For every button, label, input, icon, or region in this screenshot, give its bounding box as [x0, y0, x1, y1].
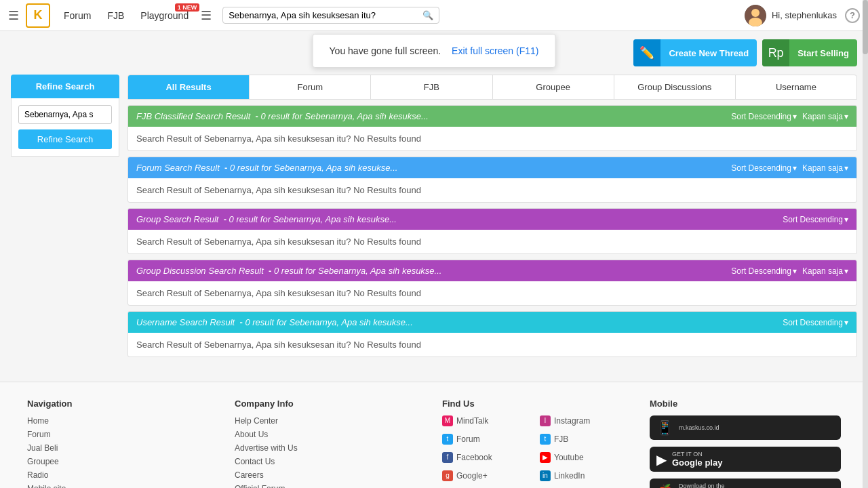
app-store-badge[interactable]: 🍎 Download on the App Store	[650, 479, 841, 488]
find-us-linkedin-link[interactable]: inLinkedIn	[540, 470, 633, 481]
forum-result-body: Search Result of Sebenarnya, Apa sih kes…	[128, 178, 856, 202]
company-careers-link[interactable]: Careers	[235, 470, 264, 480]
list-item: Forum	[27, 429, 218, 439]
nav-groupee-link[interactable]: Groupee	[27, 457, 59, 466]
nav-fjb[interactable]: FJB	[107, 10, 124, 21]
find-us-youtube-link[interactable]: ▶Youtube	[540, 452, 633, 463]
search-input[interactable]	[229, 10, 422, 20]
sidebar: Refine Search Refine Search	[11, 75, 119, 357]
forum-sort-dropdown[interactable]: Sort Descending ▾	[731, 163, 797, 173]
tab-forum[interactable]: Forum	[250, 75, 371, 99]
find-us-google-link[interactable]: gGoogle+	[442, 470, 536, 481]
group-discussion-sort-dropdown[interactable]: Sort Descending ▾	[731, 266, 797, 276]
nav-mobile-link[interactable]: Mobile site	[27, 484, 66, 488]
fjb-result-body: Search Result of Sebenarnya, Apa sih kes…	[128, 127, 856, 150]
find-us-mindtalk-link[interactable]: MMindTalk	[442, 415, 536, 426]
footer-navigation-heading: Navigation	[27, 399, 218, 409]
list-item: Contact Us	[235, 456, 426, 466]
app-store-small: Download on the	[679, 483, 725, 488]
google-play-small: GET IT ON	[672, 451, 722, 458]
find-us-forum-link[interactable]: tForum	[442, 434, 536, 445]
list-item: tFJB	[540, 434, 633, 445]
tab-username[interactable]: Username	[736, 75, 856, 99]
logo[interactable]: K	[26, 3, 50, 28]
fjb-social-icon: t	[540, 434, 551, 445]
group-sort-dropdown[interactable]: Sort Descending ▾	[783, 215, 848, 224]
toast-message: You have gone full screen.	[330, 45, 441, 56]
scrollbar[interactable]	[863, 0, 868, 488]
forum-kapan-dropdown[interactable]: Kapan saja ▾	[802, 163, 848, 173]
google-icon: g	[442, 470, 453, 481]
menu-icon[interactable]: ☰	[201, 8, 212, 23]
main-content: Refine Search Refine Search All Results …	[0, 75, 868, 368]
footer: Navigation Home Forum Jual Beli Groupee …	[0, 382, 868, 488]
group-controls: Sort Descending ▾	[783, 215, 848, 224]
tab-all-results[interactable]: All Results	[128, 75, 250, 99]
nav-jual-beli-link[interactable]: Jual Beli	[27, 443, 58, 453]
result-header-group-discussion: Group Discussion Search Result - 0 resul…	[128, 260, 856, 281]
youtube-icon: ▶	[540, 452, 551, 463]
group-discussion-controls: Sort Descending ▾ Kapan saja ▾	[731, 266, 848, 276]
google-play-label: Google play	[672, 458, 722, 468]
user-greeting: Hi, stephenlukas	[772, 10, 837, 20]
android-badge-text: m.kaskus.co.id	[679, 424, 719, 431]
group-title: Group Search Result - 0 result for Seben…	[136, 214, 397, 224]
list-item: Groupee	[27, 456, 218, 466]
sidebar-header: Refine Search	[11, 75, 119, 98]
fjb-title: FJB Classified Search Result - 0 result …	[136, 111, 429, 121]
start-selling-button[interactable]: Rp Start Selling	[762, 39, 857, 66]
tab-groupee[interactable]: Groupee	[493, 75, 614, 99]
linkedin-icon: in	[540, 470, 551, 481]
refine-search-button[interactable]: Refine Search	[18, 129, 112, 149]
start-selling-label: Start Selling	[789, 48, 857, 58]
create-thread-icon: ✏️	[633, 39, 660, 66]
find-us-facebook-link[interactable]: fFacebook	[442, 452, 536, 463]
nav-radio-link[interactable]: Radio	[27, 470, 48, 480]
footer-navigation-list: Home Forum Jual Beli Groupee Radio Mobil…	[27, 415, 218, 488]
nav-home-link[interactable]: Home	[27, 416, 49, 426]
android-badge[interactable]: 📱 m.kaskus.co.id	[650, 415, 841, 440]
footer-find-us-heading: Find Us	[442, 399, 633, 409]
help-icon[interactable]: ?	[845, 8, 860, 23]
footer-find-us: Find Us MMindTalk IInstagram tForum tFJB…	[442, 399, 633, 488]
find-us-fjb-link[interactable]: tFJB	[540, 434, 633, 445]
facebook-icon: f	[442, 452, 453, 463]
company-contact-link[interactable]: Contact Us	[235, 457, 275, 466]
app-store-icon: 🍎	[656, 483, 673, 489]
group-discussion-kapan-dropdown[interactable]: Kapan saja ▾	[802, 266, 848, 276]
tab-fjb[interactable]: FJB	[371, 75, 492, 99]
list-item: fFacebook	[442, 452, 536, 463]
nav-forum-link[interactable]: Forum	[27, 430, 51, 439]
footer-grid: Navigation Home Forum Jual Beli Groupee …	[27, 399, 841, 488]
username-sort-dropdown[interactable]: Sort Descending ▾	[783, 318, 848, 327]
list-item: gGoogle+	[442, 470, 536, 481]
google-play-badge[interactable]: ▶ GET IT ON Google play	[650, 447, 841, 472]
create-thread-button[interactable]: ✏️ Create New Thread	[633, 39, 757, 66]
group-result-body: Search Result of Sebenarnya, Apa sih kes…	[128, 230, 856, 253]
forum-social-icon: t	[442, 434, 453, 445]
result-header-fjb: FJB Classified Search Result - 0 result …	[128, 106, 856, 127]
exit-fullscreen-link[interactable]: Exit full screen (F11)	[452, 45, 538, 56]
fjb-sort-dropdown[interactable]: Sort Descending ▾	[731, 112, 797, 121]
list-item: ▶Youtube	[540, 452, 633, 463]
scrollbar-thumb[interactable]	[863, 0, 868, 54]
list-item: Careers	[235, 470, 426, 480]
sidebar-search-input[interactable]	[18, 105, 112, 124]
fjb-kapan-dropdown[interactable]: Kapan saja ▾	[802, 112, 848, 121]
company-about-link[interactable]: About Us	[235, 430, 268, 439]
hamburger-icon[interactable]: ☰	[8, 8, 19, 23]
tab-group-discussions[interactable]: Group Discussions	[614, 75, 736, 99]
list-item: Jual Beli	[27, 443, 218, 453]
user-info: Hi, stephenlukas	[745, 5, 837, 26]
nav-forum[interactable]: Forum	[64, 10, 91, 21]
list-item: Advertise with Us	[235, 443, 426, 453]
search-icon[interactable]: 🔍	[422, 10, 433, 20]
svg-point-1	[751, 9, 760, 17]
nav-playground[interactable]: Playground 1 NEW	[140, 10, 189, 21]
forum-title: Forum Search Result - 0 result for Seben…	[136, 163, 397, 173]
fullscreen-toast: You have gone full screen. Exit full scr…	[313, 34, 556, 68]
find-us-instagram-link[interactable]: IInstagram	[540, 415, 633, 426]
company-help-center-link[interactable]: Help Center	[235, 416, 278, 426]
company-advertise-link[interactable]: Advertise with Us	[235, 443, 298, 453]
company-official-forum-link[interactable]: Official Forum	[235, 484, 285, 488]
